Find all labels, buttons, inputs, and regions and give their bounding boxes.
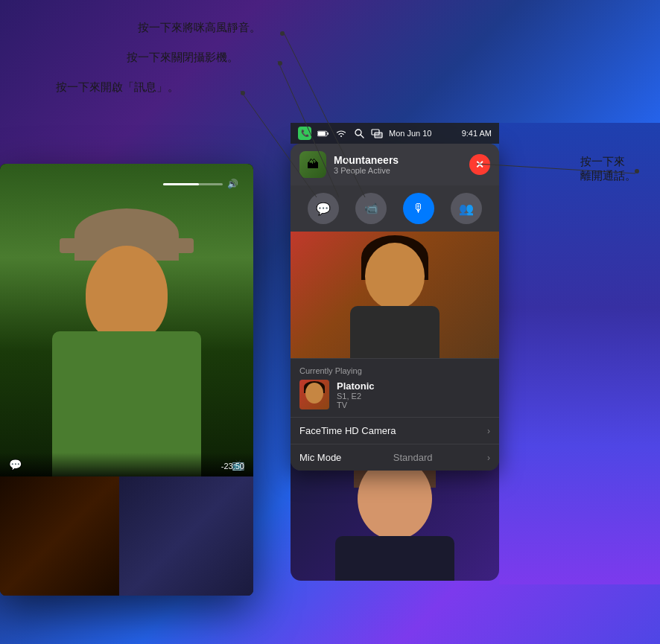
camera-chevron-icon: ›	[487, 426, 490, 436]
camera-label: FaceTime HD Camera	[299, 425, 396, 436]
svg-rect-2	[318, 131, 326, 135]
annotation-dot-3	[241, 91, 245, 95]
people-icon: 👥	[459, 202, 474, 216]
facetime-menubar: 📞 Mon Jun 10 9:41 AM	[291, 123, 499, 144]
video-person	[291, 232, 499, 358]
tv-timestamp: -23:50	[221, 462, 244, 471]
annotation-dot-2	[278, 61, 282, 66]
volume-track	[163, 183, 223, 185]
tv-video-main: 🔊 💬 📺 -23:50	[0, 164, 253, 476]
tv-strip-left	[0, 476, 119, 596]
now-playing-section: Currently Playing Platonic S1, E2 TV	[291, 358, 499, 417]
group-name: Mountaneers	[334, 154, 462, 166]
group-status: 3 People Active	[334, 166, 462, 175]
now-playing-info: Platonic S1, E2 TV	[337, 380, 375, 409]
message-button[interactable]: 💬	[308, 193, 339, 224]
now-playing-content: Platonic S1, E2 TV	[299, 380, 490, 409]
end-call-icon: ✕	[475, 159, 484, 170]
tv-strip-right	[119, 476, 253, 596]
annotation-dot-1	[280, 31, 285, 36]
svg-rect-1	[327, 133, 328, 135]
tv-controls-row: 💬 📺	[9, 459, 244, 471]
battery-icon	[317, 127, 329, 139]
annotation-close-camera: 按一下來關閉攝影機。	[127, 51, 238, 65]
tv-controls-overlay: 💬 📺	[0, 453, 253, 476]
group-info: Mountaneers 3 People Active	[334, 154, 462, 175]
annotation-dot-end	[635, 169, 639, 173]
video-button[interactable]: 📹	[355, 193, 387, 224]
menubar-time: 9:41 AM	[462, 129, 492, 138]
now-playing-sub1: S1, E2	[337, 392, 375, 401]
camera-settings-row[interactable]: FaceTime HD Camera ›	[291, 417, 499, 444]
end-call-button[interactable]: ✕	[469, 154, 490, 175]
man-body	[335, 536, 454, 581]
now-playing-thumbnail	[299, 380, 329, 409]
annotation-mute-mic: 按一下來將咪高風靜音。	[138, 21, 261, 35]
woman-body	[350, 306, 440, 358]
group-info-row: 🏔 Mountaneers 3 People Active ✕	[291, 144, 499, 185]
now-playing-title: Platonic	[337, 380, 375, 392]
screen-mirror-icon[interactable]	[371, 127, 383, 139]
mic-mode-chevron-icon: ›	[487, 453, 490, 463]
group-avatar: 🏔	[299, 151, 326, 178]
facetime-card: 🏔 Mountaneers 3 People Active ✕ 💬 📹 🎙 👥	[291, 144, 499, 471]
now-playing-label: Currently Playing	[299, 366, 490, 375]
now-playing-sub2: TV	[337, 401, 375, 409]
volume-control[interactable]: 🔊	[163, 179, 238, 189]
right-gradient-area	[499, 123, 660, 584]
people-button[interactable]: 👥	[451, 193, 482, 224]
volume-icon: 🔊	[227, 179, 238, 189]
message-icon: 💬	[316, 202, 331, 216]
mic-icon: 🎙	[413, 202, 425, 215]
search-icon[interactable]	[353, 127, 365, 139]
mic-button[interactable]: 🎙	[403, 193, 434, 224]
annotation-open-messages: 按一下來開啟「訊息」。	[56, 80, 179, 95]
woman-face	[365, 243, 425, 310]
mic-mode-value: Standard	[393, 452, 433, 463]
subtitle-icon[interactable]: 💬	[9, 459, 22, 471]
tv-person-figure	[0, 194, 253, 476]
person-face	[86, 246, 168, 342]
wifi-icon	[335, 127, 347, 139]
svg-line-4	[361, 135, 364, 138]
phone-icon: 📞	[298, 127, 311, 140]
tv-app-window: 🔊 💬 📺 -23:50	[0, 164, 253, 596]
mic-mode-row[interactable]: Mic Mode Standard ›	[291, 444, 499, 471]
action-buttons-row: 💬 📹 🎙 👥	[291, 185, 499, 232]
annotation-leave-call: 按一下來 離開通話。	[580, 155, 636, 183]
facetime-video-feed	[291, 232, 499, 358]
menubar-date: Mon Jun 10	[389, 129, 431, 138]
video-icon: 📹	[364, 202, 378, 215]
thumb-face	[305, 383, 323, 404]
mic-mode-label: Mic Mode	[299, 452, 341, 463]
svg-rect-6	[375, 133, 382, 138]
tv-strip	[0, 476, 253, 596]
volume-fill	[163, 183, 199, 185]
